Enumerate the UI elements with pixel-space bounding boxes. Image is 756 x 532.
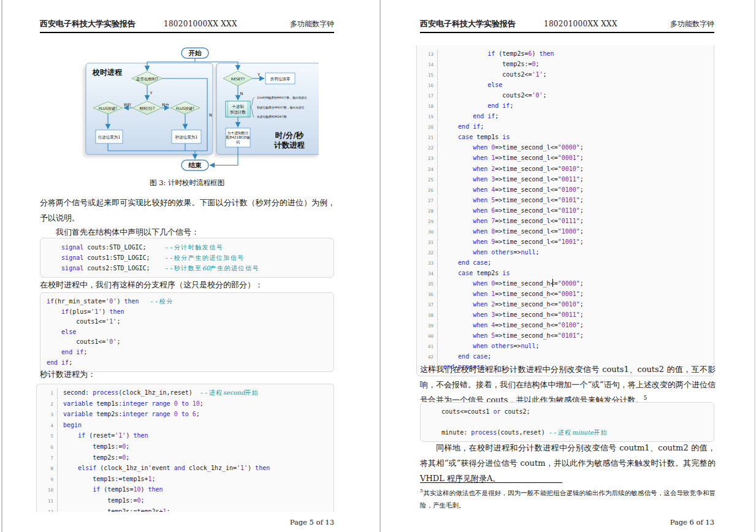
footnote-reference: 5 xyxy=(644,395,647,401)
page-footer: Page 5 of 13 xyxy=(40,518,334,526)
right-page-edge xyxy=(754,0,755,532)
page-footer: Page 6 of 13 xyxy=(420,518,714,526)
label-n2: N xyxy=(240,91,243,96)
paragraph-5: 这样我们在校时进程和秒计数进程中分别改变信号 couts1、couts2 的值，… xyxy=(420,362,716,408)
footnote-rule xyxy=(420,482,562,483)
header-institution: 西安电子科技大学实验报告 xyxy=(420,18,516,29)
counter-note-3: 分进位触发时钟24计数 xyxy=(256,115,287,119)
process-clear-all-label: 所有位清零 xyxy=(270,77,291,82)
process-bcd-label1: 为十进制数分 xyxy=(227,131,249,135)
page-divider xyxy=(380,0,381,532)
process-decimal-counter-label1: 十进制 xyxy=(232,104,244,109)
page-6: 西安电子科技大学实验报告 180201000XX XXX 多功能数字钟 13 i… xyxy=(381,0,754,532)
end-label: 结束 xyxy=(188,161,202,169)
footnote-text: 其实这样的做法也不是很好，因为一般不能把组合逻辑的输出作为后续的敏感信号，这会导… xyxy=(420,489,716,509)
paragraph-4: 秒计数进程为： xyxy=(40,367,335,382)
paragraph-1: 分将两个信号或起来即可实现比较好的效果。下面以分计数（秒对分的进位）为例，予以说… xyxy=(40,195,335,226)
counter-note-1: 1Hz时钟触发秒钟60计数，输出秒进位 xyxy=(257,96,307,100)
paragraph-3: 在校时进程中，我们有这样的分支程序（这只是校分的部分）： xyxy=(40,277,335,292)
header-doc-title: 多功能数字钟 xyxy=(290,19,334,29)
header-student-id: 180201000XX XXX xyxy=(544,20,617,28)
label-adjust-min: 校分 xyxy=(161,102,169,107)
page-header: 西安电子科技大学实验报告 180201000XX XXX 多功能数字钟 xyxy=(420,18,714,33)
label-n1: N xyxy=(209,113,212,118)
count-panel-title2: 计数进程 xyxy=(273,140,305,150)
page-5: 西安电子科技大学实验报告 180201000XX XXX 多功能数字钟 xyxy=(2,0,380,532)
code-block-or-statement: couts<=couts1 or couts2; minute: process… xyxy=(420,402,714,442)
page-header: 西安电子科技大学实验报告 180201000XX XXX 多功能数字钟 xyxy=(40,18,334,33)
flowchart-figure: 开始 结束 校时进程 是否在校时? 校时/分? PLUS按键? PLUS按键? … xyxy=(71,44,319,176)
code-block-signals: signal couts:STD_LOGIC; --分计时触发信号 signal… xyxy=(40,238,334,278)
code-block-second-process: 1second: process(clock_1hz_in,reset) --进… xyxy=(36,384,334,512)
adjust-panel-title: 校时进程 xyxy=(92,68,123,77)
figure-caption: 图 3: 计时校时流程框图 xyxy=(40,178,334,188)
code-block-second-process-continued: 13 if (temp2s=6) then14 temp2s:=0;15 cou… xyxy=(416,45,714,376)
header-doc-title: 多功能数字钟 xyxy=(670,19,714,29)
process-decimal-counter xyxy=(226,101,250,117)
process-sec-carry-label: 秒进位置为1 xyxy=(175,135,198,140)
text-cursor xyxy=(552,279,553,287)
count-panel-title1: 时/分/秒 xyxy=(275,131,304,140)
header-student-id: 180201000XX XXX xyxy=(164,20,237,28)
label-adjust-hr: 校时 xyxy=(123,102,131,107)
code-block-branch: if(hr_min_state='0') then --校分 if(plus='… xyxy=(40,292,334,372)
decision-reset-label: RESET? xyxy=(231,77,245,81)
process-bcd-label3: 码 xyxy=(236,140,240,145)
label-y2: Y xyxy=(257,72,260,77)
footnote: 5其实这样的做法也不是很好，因为一般不能把组合逻辑的输出作为后续的敏感信号，这会… xyxy=(420,485,716,511)
header-institution: 西安电子科技大学实验报告 xyxy=(40,18,136,29)
counter-note-2: 秒进位触发分钟60计数，输出分进位 xyxy=(257,105,305,110)
decision-in-adjust-label: 是否在校时? xyxy=(136,77,158,82)
process-bcd-label2: 配8421BCD编 xyxy=(226,135,250,140)
paragraph-5-text: 这样我们在校时进程和秒计数进程中分别改变信号 couts1、couts2 的值，… xyxy=(420,365,716,405)
decision-plus-left-label: PLUS按键? xyxy=(99,106,117,111)
start-label: 开始 xyxy=(188,49,202,56)
decision-plus-right-label: PLUS按键? xyxy=(176,106,194,111)
process-min-carry-label: 分进位置为1 xyxy=(98,135,121,140)
decision-hr-or-min-label: 校时/分? xyxy=(139,106,155,111)
paragraph-6: 同样地，在校时进程和分计数进程中分别改变信号 coutm1、coutm2 的值，… xyxy=(420,440,716,486)
label-y1: Y xyxy=(150,91,153,96)
process-decimal-counter-label2: 加法计数 xyxy=(230,110,246,115)
